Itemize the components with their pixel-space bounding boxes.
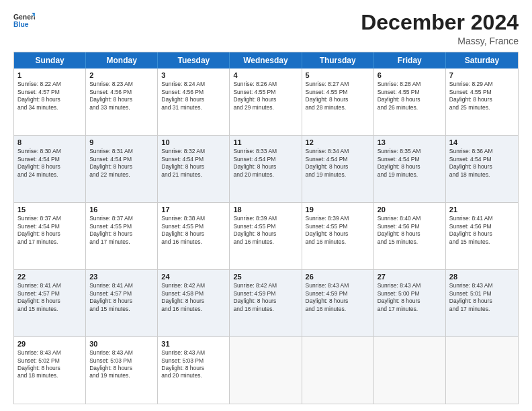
week-row-3: 15 Sunrise: 8:37 AMSunset: 4:54 PMDaylig… (14, 203, 518, 270)
day-number: 19 (306, 205, 370, 214)
day-number: 11 (233, 138, 298, 146)
cell-details: Sunrise: 8:22 AMSunset: 4:57 PMDaylight:… (17, 81, 61, 110)
cell-details: Sunrise: 8:43 AMSunset: 5:00 PMDaylight:… (378, 282, 421, 312)
svg-text:Blue: Blue (13, 21, 29, 28)
page: General Blue December 2024 Massy, France… (0, 0, 532, 411)
header-tuesday: Tuesday (158, 52, 230, 68)
cell-details: Sunrise: 8:39 AMSunset: 4:55 PMDaylight:… (233, 215, 277, 244)
logo-icon: General Blue (13, 11, 35, 32)
day-cell-9: 9 Sunrise: 8:31 AMSunset: 4:54 PMDayligh… (86, 136, 158, 202)
day-cell-27: 27 Sunrise: 8:43 AMSunset: 5:00 PMDaylig… (374, 270, 446, 336)
day-cell-6: 6 Sunrise: 8:28 AMSunset: 4:55 PMDayligh… (374, 68, 446, 135)
day-cell-19: 19 Sunrise: 8:39 AMSunset: 4:55 PMDaylig… (302, 203, 374, 269)
day-number: 21 (449, 205, 515, 214)
cell-details: Sunrise: 8:41 AMSunset: 4:57 PMDaylight:… (17, 282, 61, 312)
day-number: 12 (306, 138, 370, 146)
cell-details: Sunrise: 8:26 AMSunset: 4:55 PMDaylight:… (233, 81, 277, 110)
day-cell-12: 12 Sunrise: 8:34 AMSunset: 4:54 PMDaylig… (302, 136, 374, 202)
empty-cell (374, 337, 446, 404)
day-cell-3: 3 Sunrise: 8:24 AMSunset: 4:56 PMDayligh… (158, 68, 230, 135)
cell-details: Sunrise: 8:32 AMSunset: 4:54 PMDaylight:… (161, 148, 205, 177)
empty-cell (230, 337, 302, 404)
header-saturday: Saturday (446, 52, 518, 68)
day-cell-30: 30 Sunrise: 8:43 AMSunset: 5:03 PMDaylig… (86, 337, 158, 404)
day-cell-11: 11 Sunrise: 8:33 AMSunset: 4:54 PMDaylig… (230, 136, 302, 202)
cell-details: Sunrise: 8:27 AMSunset: 4:55 PMDaylight:… (306, 81, 349, 110)
day-cell-13: 13 Sunrise: 8:35 AMSunset: 4:54 PMDaylig… (374, 136, 446, 202)
cell-details: Sunrise: 8:41 AMSunset: 4:57 PMDaylight:… (89, 282, 133, 312)
day-number: 4 (233, 71, 298, 79)
week-row-2: 8 Sunrise: 8:30 AMSunset: 4:54 PMDayligh… (14, 136, 518, 203)
header-wednesday: Wednesday (230, 52, 302, 68)
day-cell-22: 22 Sunrise: 8:41 AMSunset: 4:57 PMDaylig… (14, 270, 86, 336)
calendar-body: 1 Sunrise: 8:22 AMSunset: 4:57 PMDayligh… (14, 68, 518, 404)
day-number: 1 (17, 71, 82, 79)
day-number: 7 (449, 71, 515, 79)
cell-details: Sunrise: 8:43 AMSunset: 5:01 PMDaylight:… (449, 282, 493, 312)
calendar: Sunday Monday Tuesday Wednesday Thursday… (13, 52, 519, 404)
cell-details: Sunrise: 8:42 AMSunset: 4:59 PMDaylight:… (233, 282, 277, 312)
day-cell-20: 20 Sunrise: 8:40 AMSunset: 4:56 PMDaylig… (374, 203, 446, 269)
day-number: 24 (161, 273, 226, 281)
day-number: 6 (378, 71, 442, 79)
week-row-4: 22 Sunrise: 8:41 AMSunset: 4:57 PMDaylig… (14, 270, 518, 337)
header: General Blue December 2024 Massy, France (13, 11, 519, 46)
day-number: 20 (378, 205, 442, 214)
day-cell-16: 16 Sunrise: 8:37 AMSunset: 4:55 PMDaylig… (86, 203, 158, 269)
day-cell-4: 4 Sunrise: 8:26 AMSunset: 4:55 PMDayligh… (230, 68, 302, 135)
day-cell-5: 5 Sunrise: 8:27 AMSunset: 4:55 PMDayligh… (302, 68, 374, 135)
day-cell-29: 29 Sunrise: 8:43 AMSunset: 5:02 PMDaylig… (14, 337, 86, 404)
day-cell-8: 8 Sunrise: 8:30 AMSunset: 4:54 PMDayligh… (14, 136, 86, 202)
day-cell-31: 31 Sunrise: 8:43 AMSunset: 5:03 PMDaylig… (158, 337, 230, 404)
cell-details: Sunrise: 8:41 AMSunset: 4:56 PMDaylight:… (449, 215, 493, 244)
day-cell-1: 1 Sunrise: 8:22 AMSunset: 4:57 PMDayligh… (14, 68, 86, 135)
cell-details: Sunrise: 8:35 AMSunset: 4:54 PMDaylight:… (378, 148, 421, 177)
cell-details: Sunrise: 8:29 AMSunset: 4:55 PMDaylight:… (449, 81, 493, 110)
cell-details: Sunrise: 8:37 AMSunset: 4:54 PMDaylight:… (17, 215, 61, 244)
header-thursday: Thursday (302, 52, 374, 68)
cell-details: Sunrise: 8:39 AMSunset: 4:55 PMDaylight:… (306, 215, 349, 244)
day-number: 14 (449, 138, 515, 146)
day-number: 13 (378, 138, 442, 146)
day-cell-2: 2 Sunrise: 8:23 AMSunset: 4:56 PMDayligh… (86, 68, 158, 135)
cell-details: Sunrise: 8:43 AMSunset: 4:59 PMDaylight:… (306, 282, 349, 312)
day-cell-25: 25 Sunrise: 8:42 AMSunset: 4:59 PMDaylig… (230, 270, 302, 336)
day-number: 17 (161, 205, 226, 214)
cell-details: Sunrise: 8:43 AMSunset: 5:03 PMDaylight:… (161, 349, 205, 379)
cell-details: Sunrise: 8:43 AMSunset: 5:03 PMDaylight:… (89, 349, 133, 379)
cell-details: Sunrise: 8:31 AMSunset: 4:54 PMDaylight:… (89, 148, 133, 177)
cell-details: Sunrise: 8:36 AMSunset: 4:54 PMDaylight:… (449, 148, 493, 177)
day-cell-10: 10 Sunrise: 8:32 AMSunset: 4:54 PMDaylig… (158, 136, 230, 202)
calendar-header: Sunday Monday Tuesday Wednesday Thursday… (14, 52, 518, 68)
cell-details: Sunrise: 8:38 AMSunset: 4:55 PMDaylight:… (161, 215, 205, 244)
cell-details: Sunrise: 8:37 AMSunset: 4:55 PMDaylight:… (89, 215, 133, 244)
cell-details: Sunrise: 8:28 AMSunset: 4:55 PMDaylight:… (378, 81, 421, 110)
title-block: December 2024 Massy, France (361, 11, 519, 46)
day-cell-24: 24 Sunrise: 8:42 AMSunset: 4:58 PMDaylig… (158, 270, 230, 336)
cell-details: Sunrise: 8:23 AMSunset: 4:56 PMDaylight:… (89, 81, 133, 110)
day-number: 28 (449, 273, 515, 281)
day-cell-15: 15 Sunrise: 8:37 AMSunset: 4:54 PMDaylig… (14, 203, 86, 269)
day-number: 10 (161, 138, 226, 146)
day-number: 31 (161, 340, 226, 348)
day-number: 30 (89, 340, 154, 348)
day-number: 3 (161, 71, 226, 79)
day-cell-23: 23 Sunrise: 8:41 AMSunset: 4:57 PMDaylig… (86, 270, 158, 336)
cell-details: Sunrise: 8:43 AMSunset: 5:02 PMDaylight:… (17, 349, 61, 379)
day-number: 27 (378, 273, 442, 281)
cell-details: Sunrise: 8:40 AMSunset: 4:56 PMDaylight:… (378, 215, 421, 244)
header-friday: Friday (374, 52, 446, 68)
cell-details: Sunrise: 8:33 AMSunset: 4:54 PMDaylight:… (233, 148, 277, 177)
day-cell-17: 17 Sunrise: 8:38 AMSunset: 4:55 PMDaylig… (158, 203, 230, 269)
day-number: 23 (89, 273, 154, 281)
day-number: 5 (306, 71, 370, 79)
week-row-5: 29 Sunrise: 8:43 AMSunset: 5:02 PMDaylig… (14, 337, 518, 404)
day-number: 25 (233, 273, 298, 281)
cell-details: Sunrise: 8:34 AMSunset: 4:54 PMDaylight:… (306, 148, 349, 177)
header-sunday: Sunday (14, 52, 86, 68)
cell-details: Sunrise: 8:42 AMSunset: 4:58 PMDaylight:… (161, 282, 205, 312)
day-cell-7: 7 Sunrise: 8:29 AMSunset: 4:55 PMDayligh… (446, 68, 518, 135)
day-number: 16 (89, 205, 154, 214)
day-cell-26: 26 Sunrise: 8:43 AMSunset: 4:59 PMDaylig… (302, 270, 374, 336)
cell-details: Sunrise: 8:30 AMSunset: 4:54 PMDaylight:… (17, 148, 61, 177)
